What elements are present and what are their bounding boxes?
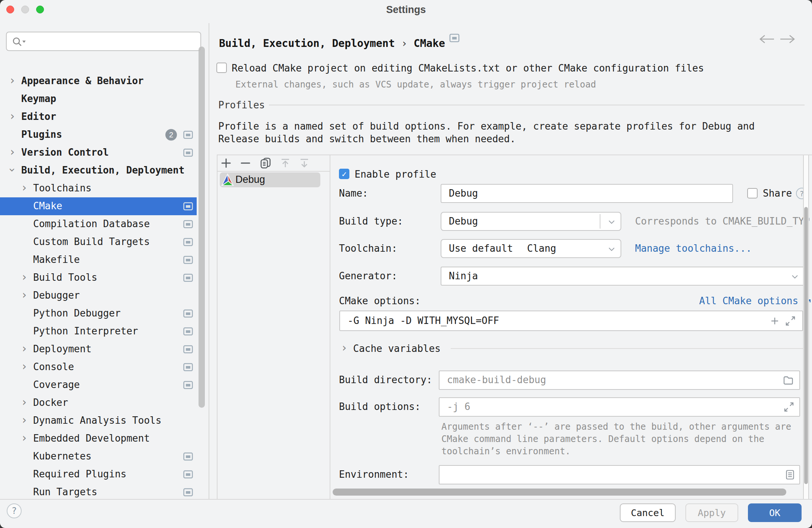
chevron-right-icon[interactable]: ›	[21, 343, 28, 354]
move-up-button[interactable]	[279, 157, 291, 169]
profiles-description: Profile is a named set of build options.…	[218, 120, 777, 145]
remove-profile-button[interactable]	[240, 158, 251, 169]
chevron-right-icon[interactable]: ›	[9, 75, 16, 86]
profile-list-item-debug[interactable]: Debug	[220, 172, 320, 187]
profile-name: Debug	[235, 174, 265, 185]
sidebar-item-build-execution-deployment[interactable]: ›Build, Execution, Deployment	[0, 162, 197, 179]
sidebar-item-embedded-development[interactable]: ›Embedded Development	[0, 430, 197, 448]
build-type-select-separator	[600, 214, 600, 229]
configurable-icon	[183, 149, 193, 157]
configurable-icon	[183, 309, 193, 318]
reload-cmake-label[interactable]: Reload CMake project on editing CMakeLis…	[232, 63, 704, 74]
configurable-icon	[183, 220, 193, 228]
cmake-options-input[interactable]: -G Ninja -D WITH_MYSQL=OFF	[339, 311, 803, 331]
toolchain-detail: Clang	[527, 243, 556, 254]
sidebar-item-python-debugger[interactable]: Python Debugger	[0, 305, 197, 322]
sidebar-item-appearance-behavior[interactable]: ›Appearance & Behavior	[0, 72, 197, 90]
sidebar-item-label: Kubernetes	[33, 451, 92, 462]
breadcrumb-parent[interactable]: Build, Execution, Deployment	[219, 37, 395, 50]
environment-list-icon[interactable]	[786, 470, 794, 480]
chevron-right-icon[interactable]: ›	[21, 289, 28, 300]
folder-icon[interactable]	[783, 376, 793, 385]
build-type-select[interactable]: Debug	[441, 212, 621, 231]
manage-toolchains-link[interactable]: Manage toolchains...	[635, 243, 752, 254]
macro-plus-icon[interactable]	[770, 317, 779, 325]
chevron-right-icon[interactable]: ›	[9, 146, 16, 158]
chevron-down-icon	[608, 219, 615, 224]
sidebar-item-run-targets[interactable]: Run Targets	[0, 483, 197, 499]
cancel-button[interactable]: Cancel	[620, 503, 676, 522]
sidebar-item-cmake[interactable]: CMake	[0, 197, 197, 215]
chevron-right-icon[interactable]: ›	[21, 361, 28, 372]
forward-icon[interactable]	[778, 34, 796, 45]
sidebar-item-compilation-database[interactable]: Compilation Database	[0, 215, 197, 233]
settings-tree: ›Appearance & BehaviorKeymap›EditorPlugi…	[0, 19, 209, 499]
environment-input[interactable]	[439, 465, 800, 484]
form-vertical-scrollbar[interactable]	[804, 207, 808, 484]
sidebar-item-label: Python Interpreter	[33, 325, 138, 337]
sidebar-item-build-tools[interactable]: ›Build Tools	[0, 269, 197, 287]
sidebar-item-makefile[interactable]: Makefile	[0, 251, 197, 269]
share-label[interactable]: Share	[763, 188, 792, 199]
chevron-right-icon[interactable]: ›	[9, 111, 16, 122]
chevron-right-icon[interactable]: ›	[21, 414, 28, 426]
sidebar-item-debugger[interactable]: ›Debugger	[0, 287, 197, 305]
reload-cmake-checkbox[interactable]	[216, 63, 227, 73]
toolchain-value: Use default	[449, 243, 513, 254]
sidebar-item-docker[interactable]: ›Docker	[0, 394, 197, 412]
back-icon[interactable]	[758, 34, 776, 45]
sidebar-item-python-interpreter[interactable]: Python Interpreter	[0, 322, 197, 340]
add-profile-button[interactable]	[221, 158, 232, 169]
sidebar-divider	[209, 23, 209, 499]
sidebar-item-deployment[interactable]: ›Deployment	[0, 340, 197, 358]
sidebar-item-keymap[interactable]: Keymap	[0, 90, 197, 108]
expand-field-icon[interactable]	[784, 402, 794, 412]
enable-profile-checkbox[interactable]: ✓	[339, 169, 349, 179]
sidebar-scrollbar[interactable]	[199, 47, 205, 408]
move-down-button[interactable]	[298, 157, 310, 169]
sidebar-item-required-plugins[interactable]: Required Plugins	[0, 465, 197, 483]
sidebar-item-console[interactable]: ›Console	[0, 358, 197, 376]
build-directory-input[interactable]: cmake-build-debug	[439, 370, 800, 390]
build-options-placeholder: -j 6	[447, 401, 470, 412]
sidebar-item-dynamic-analysis-tools[interactable]: ›Dynamic Analysis Tools	[0, 412, 197, 430]
sidebar-item-version-control[interactable]: ›Version Control	[0, 144, 197, 162]
expand-field-icon[interactable]	[785, 316, 796, 326]
settings-window: Settings ›Appearance & BehaviorKeymap›Ed…	[0, 0, 812, 528]
sidebar-item-kubernetes[interactable]: Kubernetes	[0, 448, 197, 465]
help-button[interactable]: ?	[7, 503, 22, 518]
chevron-down-icon[interactable]: ›	[7, 166, 18, 173]
sidebar-item-plugins[interactable]: Plugins2	[0, 126, 197, 144]
sidebar-item-label: Deployment	[33, 343, 92, 354]
all-cmake-options-link[interactable]: All CMake options	[699, 295, 811, 306]
chevron-right-icon[interactable]: ›	[21, 271, 28, 283]
sidebar-item-editor[interactable]: ›Editor	[0, 108, 197, 126]
build-options-input[interactable]: -j 6	[439, 397, 800, 417]
generator-select[interactable]: Ninja	[441, 267, 805, 286]
share-checkbox[interactable]	[747, 188, 758, 198]
chevron-right-icon[interactable]: ›	[21, 432, 28, 443]
chevron-right-icon[interactable]: ›	[341, 342, 348, 353]
sidebar-item-custom-build-targets[interactable]: Custom Build Targets	[0, 233, 197, 251]
chevron-right-icon[interactable]: ›	[21, 397, 28, 408]
form-horizontal-scrollbar[interactable]	[333, 489, 786, 496]
sidebar-item-label: Keymap	[21, 93, 56, 104]
build-directory-label: Build directory:	[339, 374, 432, 385]
name-input[interactable]: Debug	[441, 184, 733, 203]
copy-profile-button[interactable]	[260, 157, 272, 169]
configurable-icon	[183, 327, 193, 335]
apply-button[interactable]: Apply	[685, 503, 738, 522]
cache-variables-label[interactable]: Cache variables	[353, 343, 441, 354]
enable-profile-label[interactable]: Enable profile	[355, 169, 436, 180]
configurable-icon	[183, 470, 193, 478]
sidebar-item-label: Run Targets	[33, 486, 97, 497]
generator-value: Ninja	[449, 270, 478, 282]
help-question-icon: ?	[12, 506, 17, 516]
chevron-right-icon[interactable]: ›	[21, 182, 28, 193]
ok-button[interactable]: OK	[748, 503, 802, 522]
sidebar-item-toolchains[interactable]: ›Toolchains	[0, 179, 197, 197]
toolchain-select[interactable]: Use default Clang	[441, 239, 621, 258]
sidebar-item-coverage[interactable]: Coverage	[0, 376, 197, 394]
profiles-list-divider[interactable]	[330, 155, 330, 499]
environment-label: Environment:	[339, 469, 409, 480]
